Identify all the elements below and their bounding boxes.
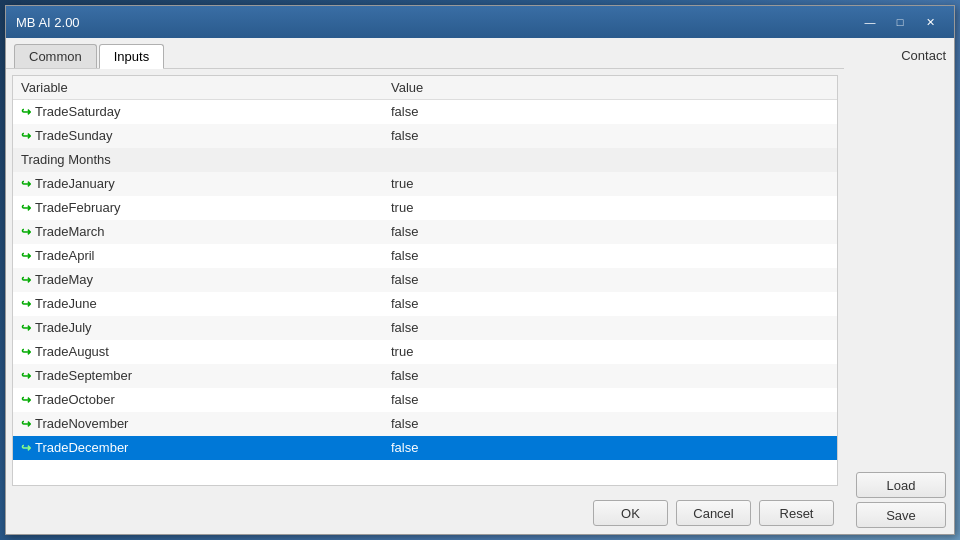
- cell-variable: ↪TradeDecember: [13, 436, 383, 460]
- table-row[interactable]: Trading Months: [13, 148, 837, 172]
- cell-variable: ↪TradeMay: [13, 268, 383, 292]
- maximize-button[interactable]: □: [886, 12, 914, 32]
- cell-value: false: [383, 364, 837, 388]
- cell-variable: ↪TradeOctober: [13, 388, 383, 412]
- cell-variable: ↪TradeJanuary: [13, 172, 383, 196]
- cell-variable: ↪TradeNovember: [13, 412, 383, 436]
- arrow-icon: ↪: [21, 129, 31, 143]
- cell-value: false: [383, 100, 837, 124]
- cell-variable: ↪TradeMarch: [13, 220, 383, 244]
- arrow-icon: ↪: [21, 417, 31, 431]
- cell-variable: ↪TradeAugust: [13, 340, 383, 364]
- contact-label: Contact: [852, 44, 946, 67]
- table-row[interactable]: ↪TradeDecemberfalse: [13, 436, 837, 460]
- window-title: MB AI 2.00: [16, 15, 80, 30]
- load-button[interactable]: Load: [856, 472, 946, 498]
- table-row[interactable]: ↪TradeAprilfalse: [13, 244, 837, 268]
- data-table: Variable Value ↪TradeSaturdayfalse↪Trade…: [13, 76, 837, 460]
- arrow-icon: ↪: [21, 105, 31, 119]
- tab-inputs[interactable]: Inputs: [99, 44, 164, 69]
- arrow-icon: ↪: [21, 249, 31, 263]
- arrow-icon: ↪: [21, 225, 31, 239]
- arrow-icon: ↪: [21, 369, 31, 383]
- cell-value: true: [383, 340, 837, 364]
- arrow-icon: ↪: [21, 441, 31, 455]
- arrow-icon: ↪: [21, 177, 31, 191]
- arrow-icon: ↪: [21, 273, 31, 287]
- ok-button[interactable]: OK: [593, 500, 668, 526]
- table-row[interactable]: ↪TradeFebruarytrue: [13, 196, 837, 220]
- cell-value: false: [383, 244, 837, 268]
- header-value: Value: [383, 76, 837, 100]
- main-window: MB AI 2.00 — □ ✕ Common Inputs Variable: [5, 5, 955, 535]
- arrow-icon: ↪: [21, 393, 31, 407]
- cell-variable: ↪TradeFebruary: [13, 196, 383, 220]
- table-row[interactable]: ↪TradeMarchfalse: [13, 220, 837, 244]
- cell-variable: ↪TradeApril: [13, 244, 383, 268]
- close-button[interactable]: ✕: [916, 12, 944, 32]
- cell-value: false: [383, 220, 837, 244]
- cell-variable: ↪TradeSeptember: [13, 364, 383, 388]
- title-bar: MB AI 2.00 — □ ✕: [6, 6, 954, 38]
- save-button[interactable]: Save: [856, 502, 946, 528]
- table-row[interactable]: ↪TradeSundayfalse: [13, 124, 837, 148]
- table-scroll[interactable]: Variable Value ↪TradeSaturdayfalse↪Trade…: [13, 76, 837, 485]
- side-panel: Contact Load Save: [844, 38, 954, 534]
- cell-value: false: [383, 316, 837, 340]
- cell-variable: ↪TradeSaturday: [13, 100, 383, 124]
- cell-value: false: [383, 412, 837, 436]
- table-row[interactable]: ↪TradeNovemberfalse: [13, 412, 837, 436]
- cell-value: false: [383, 268, 837, 292]
- cell-value: true: [383, 172, 837, 196]
- cell-value: false: [383, 292, 837, 316]
- cell-variable: ↪TradeJuly: [13, 316, 383, 340]
- reset-button[interactable]: Reset: [759, 500, 834, 526]
- table-container: Variable Value ↪TradeSaturdayfalse↪Trade…: [12, 75, 838, 486]
- table-row[interactable]: ↪TradeJunefalse: [13, 292, 837, 316]
- table-row[interactable]: ↪TradeJulyfalse: [13, 316, 837, 340]
- table-row[interactable]: ↪TradeMayfalse: [13, 268, 837, 292]
- minimize-button[interactable]: —: [856, 12, 884, 32]
- tab-common[interactable]: Common: [14, 44, 97, 68]
- cancel-button[interactable]: Cancel: [676, 500, 751, 526]
- header-variable: Variable: [13, 76, 383, 100]
- table-row[interactable]: ↪TradeSaturdayfalse: [13, 100, 837, 124]
- cell-variable: ↪TradeJune: [13, 292, 383, 316]
- arrow-icon: ↪: [21, 345, 31, 359]
- arrow-icon: ↪: [21, 201, 31, 215]
- cell-variable: ↪TradeSunday: [13, 124, 383, 148]
- cell-value: false: [383, 124, 837, 148]
- table-row[interactable]: ↪TradeSeptemberfalse: [13, 364, 837, 388]
- cell-value: false: [383, 388, 837, 412]
- table-row[interactable]: ↪TradeOctoberfalse: [13, 388, 837, 412]
- main-panel: Common Inputs Variable Value ↪TradeSa: [6, 38, 844, 534]
- table-row[interactable]: ↪TradeAugusttrue: [13, 340, 837, 364]
- arrow-icon: ↪: [21, 297, 31, 311]
- content-area: Common Inputs Variable Value ↪TradeSa: [6, 38, 954, 534]
- window-controls: — □ ✕: [856, 12, 944, 32]
- bottom-bar: OK Cancel Reset: [6, 492, 844, 534]
- cell-value: true: [383, 196, 837, 220]
- section-header-label: Trading Months: [13, 148, 837, 172]
- arrow-icon: ↪: [21, 321, 31, 335]
- tabs-area: Common Inputs: [6, 38, 844, 69]
- table-header-row: Variable Value: [13, 76, 837, 100]
- table-row[interactable]: ↪TradeJanuarytrue: [13, 172, 837, 196]
- cell-value: false: [383, 436, 837, 460]
